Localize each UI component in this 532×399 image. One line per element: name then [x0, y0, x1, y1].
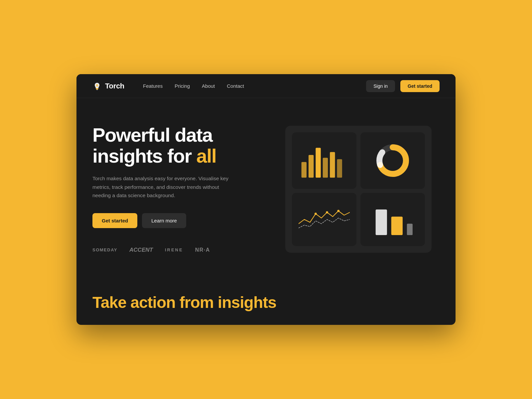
- nav-features[interactable]: Features: [143, 83, 163, 89]
- brand-someday: SOMEDAY: [92, 247, 117, 252]
- bar-chart: [299, 139, 350, 182]
- line-chart-card: [292, 193, 356, 246]
- hero-left: Powerful data insights for all Torch mak…: [92, 125, 265, 253]
- section-two-title-highlight: hts: [253, 294, 276, 311]
- svg-rect-4: [330, 152, 335, 178]
- hero-title-highlight: all: [192, 145, 216, 167]
- nav-pricing[interactable]: Pricing: [175, 83, 190, 89]
- logo[interactable]: Torch: [92, 81, 124, 91]
- get-started-nav-button[interactable]: Get started: [400, 80, 440, 92]
- simple-bar-chart: [367, 200, 418, 239]
- svg-rect-1: [309, 155, 314, 177]
- donut-chart-card: [360, 132, 425, 189]
- hero-title-line2-plain: insights: [92, 145, 167, 167]
- logo-text: Torch: [105, 82, 124, 90]
- nav-links: Features Pricing About Contact: [143, 83, 244, 89]
- brand-logos: SOMEDAY Accent IRENE nr·a: [92, 247, 265, 253]
- hero-subtitle: Torch makes data analysis easy for every…: [92, 174, 239, 200]
- svg-rect-14: [391, 216, 403, 235]
- svg-rect-2: [316, 148, 321, 178]
- svg-rect-0: [302, 162, 307, 178]
- bar-chart-card: [292, 132, 356, 189]
- brand-irene: IRENE: [165, 247, 183, 252]
- svg-rect-3: [323, 158, 328, 178]
- donut-chart: [374, 142, 411, 179]
- simple-bar-chart-card: [360, 193, 425, 246]
- svg-rect-13: [376, 209, 387, 235]
- nav-actions: Sign in Get started: [366, 80, 440, 92]
- charts-grid-wrapper: [285, 126, 432, 253]
- learn-more-button[interactable]: Learn more: [142, 213, 186, 228]
- hero-buttons: Get started Learn more: [92, 213, 265, 228]
- svg-point-9: [383, 151, 402, 170]
- section-two-title: Take action from insights: [92, 293, 440, 312]
- navbar: Torch Features Pricing About Contact Sig…: [76, 74, 456, 98]
- svg-point-11: [326, 211, 328, 213]
- section-two: Take action from insights: [76, 273, 456, 325]
- line-chart: [299, 201, 350, 238]
- hero-title: Powerful data insights for all: [92, 125, 265, 166]
- svg-point-10: [315, 212, 317, 215]
- browser-window: Torch Features Pricing About Contact Sig…: [76, 74, 456, 325]
- svg-rect-5: [337, 159, 342, 178]
- brand-accent: Accent: [129, 247, 153, 253]
- torch-logo-icon: [92, 81, 102, 91]
- nav-about[interactable]: About: [202, 83, 215, 89]
- nav-contact[interactable]: Contact: [227, 83, 244, 89]
- svg-point-12: [337, 209, 339, 212]
- charts-grid: [292, 132, 425, 246]
- brand-nra: nr·a: [195, 247, 210, 253]
- get-started-hero-button[interactable]: Get started: [92, 213, 137, 228]
- section-two-title-plain: Take action from insig: [92, 294, 253, 311]
- hero-title-line1: Powerful data: [92, 124, 212, 146]
- hero-title-for: for: [167, 145, 192, 167]
- hero-section: Powerful data insights for all Torch mak…: [76, 98, 456, 273]
- hero-right: [285, 126, 432, 253]
- svg-rect-15: [407, 223, 413, 235]
- signin-button[interactable]: Sign in: [366, 80, 395, 92]
